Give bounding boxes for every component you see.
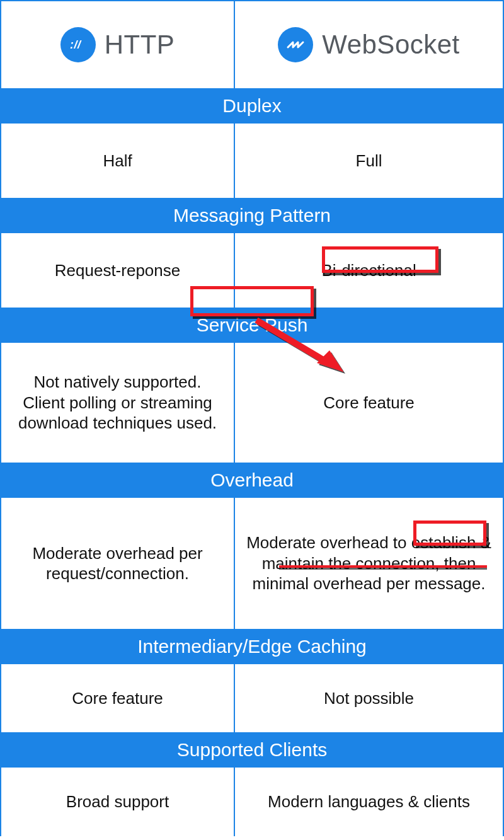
http-clients-value: Broad support <box>66 792 169 811</box>
section-title: Messaging Pattern <box>173 205 331 226</box>
websocket-label: WebSocket <box>322 30 460 60</box>
section-header-overhead: Overhead <box>1 463 503 497</box>
section-header-caching: Intermediary/Edge Caching <box>1 630 503 664</box>
http-label: HTTP <box>105 30 175 60</box>
section-title: Overhead <box>210 469 294 490</box>
websocket-caching-value: Not possible <box>324 689 414 708</box>
section-row-servicepush: Not natively supported. Client polling o… <box>1 342 503 463</box>
svg-text:://: :// <box>70 38 82 51</box>
websocket-messaging-value: Bi-directional <box>321 261 416 280</box>
http-caching-value: Core feature <box>72 689 163 708</box>
section-header-servicepush: Service Push <box>1 308 503 342</box>
websocket-duplex-value: Full <box>356 151 382 170</box>
http-messaging-value: Request-reponse <box>55 261 180 280</box>
http-column-header: :// HTTP <box>1 1 234 89</box>
section-header-duplex: Duplex <box>1 89 503 123</box>
websocket-overhead-value: Moderate overhead to establish & maintai… <box>246 533 491 593</box>
section-title: Service Push <box>197 314 308 335</box>
section-row-clients: Broad support Modern languages & clients <box>1 767 503 836</box>
http-overhead-value: Moderate overhead per request/connection… <box>32 544 202 584</box>
http-icon: :// <box>60 27 96 62</box>
websocket-column-header: WebSocket <box>234 1 503 89</box>
section-title: Intermediary/Edge Caching <box>137 636 367 657</box>
section-row-overhead: Moderate overhead per request/connection… <box>1 497 503 630</box>
websocket-servicepush-value: Core feature <box>323 393 415 412</box>
section-row-caching: Core feature Not possible <box>1 664 503 733</box>
websocket-icon <box>278 27 313 62</box>
websocket-clients-value: Modern languages & clients <box>268 792 470 811</box>
section-header-messaging: Messaging Pattern <box>1 198 503 233</box>
http-servicepush-value: Not natively supported. Client polling o… <box>18 372 217 432</box>
column-headers-row: :// HTTP WebSocket <box>1 1 503 89</box>
http-duplex-value: Half <box>103 151 132 170</box>
section-header-clients: Supported Clients <box>1 733 503 767</box>
section-title: Supported Clients <box>177 739 327 760</box>
section-title: Duplex <box>222 95 281 116</box>
section-row-duplex: Half Full <box>1 123 503 198</box>
section-row-messaging: Request-reponse Bi-directional <box>1 233 503 308</box>
comparison-table: :// HTTP WebSocket Duplex Half Full <box>0 0 504 836</box>
